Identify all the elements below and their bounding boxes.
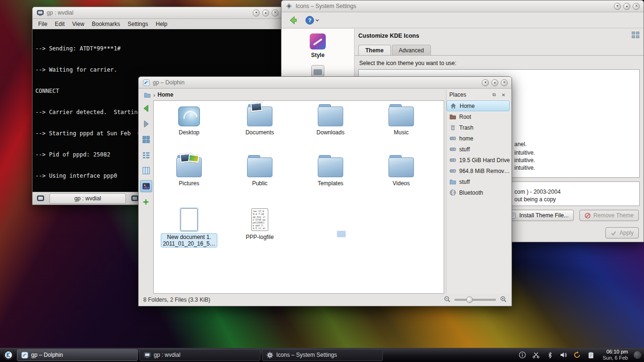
place-home[interactable]: Home (446, 100, 510, 111)
menu-file[interactable]: File (38, 21, 47, 27)
bluetooth-icon[interactable] (545, 351, 554, 359)
overview-grid-icon[interactable] (631, 31, 640, 39)
place-trash[interactable]: Trash (446, 122, 510, 133)
panel-clock[interactable]: 06:10 pm Sun, 6 Feb (601, 349, 630, 361)
folder-item-public[interactable]: Public (224, 157, 295, 208)
window-decorations-icon[interactable] (311, 65, 324, 77)
place-stuff-partition[interactable]: stuff (446, 144, 510, 155)
file-item-new-document[interactable]: New document 1. 2011_01_20_16_5… (154, 208, 224, 259)
clock-time: 06:10 pm (603, 349, 628, 355)
clipboard-icon[interactable] (586, 351, 595, 359)
close-icon[interactable]: ✕ (633, 3, 640, 10)
dolphin-file-view[interactable]: Desktop Documents Downloads Music Pictur… (153, 100, 444, 294)
folder-item-desktop[interactable]: Desktop (154, 107, 224, 157)
folder-item-videos[interactable]: Videos (366, 157, 437, 208)
settings-toolbar: ? (281, 12, 644, 28)
apply-button[interactable]: Apply (605, 227, 639, 239)
dolphin-app-icon (142, 79, 150, 86)
zoom-slider[interactable] (454, 299, 496, 301)
help-icon[interactable]: ? (304, 15, 320, 26)
settings-tabs: Theme Advanced (358, 45, 432, 55)
downloads-folder-icon (318, 107, 343, 126)
place-hard-drive[interactable]: 19.5 GiB Hard Drive (446, 155, 510, 165)
place-home-partition[interactable]: home (446, 133, 510, 144)
menu-settings[interactable]: Settings (128, 21, 148, 27)
terminal-line: --> Sending: ATDT*99***1# (35, 45, 280, 52)
maximize-icon[interactable]: ▴ (491, 79, 498, 86)
compact-view-icon[interactable] (140, 149, 152, 161)
settings-heading: Customize KDE Icons (358, 33, 419, 39)
kde-menu-icon[interactable] (2, 349, 15, 361)
drive-icon (449, 167, 456, 175)
maximize-icon[interactable]: ▴ (623, 3, 630, 10)
volume-icon[interactable] (559, 351, 568, 359)
menu-help[interactable]: Help (156, 21, 167, 27)
taskbar-task-system-settings[interactable]: Icons – System Settings (262, 349, 383, 361)
install-theme-button[interactable]: Install Theme File... (505, 210, 574, 221)
close-icon[interactable]: ✕ (272, 9, 279, 16)
clock-date: Sun, 6 Feb (603, 355, 628, 361)
folder-item-pictures[interactable]: Pictures (154, 157, 224, 208)
tab-theme[interactable]: Theme (358, 45, 391, 55)
minimize-icon[interactable]: ▾ (253, 9, 260, 16)
menu-view[interactable]: View (72, 21, 84, 27)
close-panel-icon[interactable]: ✕ (500, 91, 507, 98)
menu-bookmarks[interactable]: Bookmarks (92, 21, 120, 27)
info-icon[interactable] (518, 351, 527, 359)
panel-cashew-icon[interactable] (634, 351, 641, 359)
places-panel: Places ⧉ ✕ Home Root Trash home (446, 89, 510, 294)
zoom-out-icon[interactable] (444, 296, 451, 304)
taskbar-task-dolphin[interactable]: gp – Dolphin (17, 349, 138, 361)
icon-theme-prompt: Select the icon theme you want to use: (359, 60, 456, 66)
place-root[interactable]: Root (446, 111, 510, 122)
new-tab-icon[interactable] (35, 194, 46, 204)
theme-list-item-fragment: intuitive. (514, 165, 535, 171)
videos-folder-icon (388, 157, 414, 177)
dolphin-titlebar[interactable]: gp – Dolphin ▾ ▴ ✕ (139, 77, 512, 89)
place-stuff-folder[interactable]: stuff (446, 176, 510, 187)
place-bluetooth[interactable]: Bluetooth (446, 187, 510, 198)
style-icon (310, 33, 326, 49)
bluetooth-icon (449, 189, 456, 197)
minimize-icon[interactable]: ▾ (482, 79, 489, 86)
gear-icon (266, 351, 273, 359)
folder-item-documents[interactable]: Documents (224, 107, 295, 157)
refresh-icon[interactable] (573, 351, 581, 359)
menu-edit[interactable]: Edit (55, 21, 65, 27)
breadcrumb-home[interactable]: Home (157, 91, 173, 98)
zoom-slider-handle[interactable] (466, 296, 473, 303)
folder-item-music[interactable]: Music (366, 107, 437, 157)
drag-ghost-icon (337, 230, 346, 238)
float-panel-icon[interactable]: ⧉ (491, 91, 497, 98)
add-icon[interactable] (140, 196, 152, 208)
terminal-icon (36, 9, 44, 16)
forward-icon[interactable] (140, 118, 152, 130)
theme-list-item-fragment: intuitive. (514, 157, 535, 164)
icons-view-icon[interactable] (140, 133, 152, 146)
taskbar-task-konsole[interactable]: gp : wvdial (140, 349, 260, 361)
folder-item-templates[interactable]: Templates (295, 157, 366, 208)
theme-list-item-fragment: anel. (514, 141, 527, 148)
maximize-icon[interactable]: ▴ (262, 9, 269, 16)
scissors-icon[interactable] (532, 351, 540, 359)
category-style[interactable]: Style (281, 33, 354, 77)
terminal-tab[interactable]: gp : wvdial (50, 193, 126, 204)
remove-theme-button[interactable]: Remove Theme (579, 210, 639, 221)
preview-toggle-icon[interactable] (140, 180, 152, 192)
file-item-ppp-logfile[interactable]: Jan 17 09:4 7:18 gp-Asp ire-5738 pp pd[1… (224, 208, 295, 259)
back-icon[interactable] (286, 14, 299, 27)
folder-item-downloads[interactable]: Downloads (295, 107, 366, 157)
settings-titlebar[interactable]: Icons – System Settings ▾ ▴ ✕ (281, 0, 644, 12)
icon-grid: Desktop Documents Downloads Music Pictur… (154, 101, 444, 259)
zoom-in-icon[interactable] (500, 296, 507, 304)
tab-advanced[interactable]: Advanced (392, 45, 431, 55)
konsole-titlebar[interactable]: gp : wvdial ▾ ▴ ✕ (33, 7, 282, 19)
places-header[interactable]: Places ⧉ ✕ (446, 89, 510, 100)
breadcrumb[interactable]: › Home (139, 89, 446, 100)
close-icon[interactable]: ✕ (501, 79, 508, 86)
place-removable[interactable]: 964.8 MiB Remov… (446, 165, 510, 176)
dolphin-app-icon (21, 351, 28, 359)
details-view-icon[interactable] (140, 165, 152, 177)
back-icon[interactable] (140, 102, 152, 115)
minimize-icon[interactable]: ▾ (614, 3, 621, 10)
